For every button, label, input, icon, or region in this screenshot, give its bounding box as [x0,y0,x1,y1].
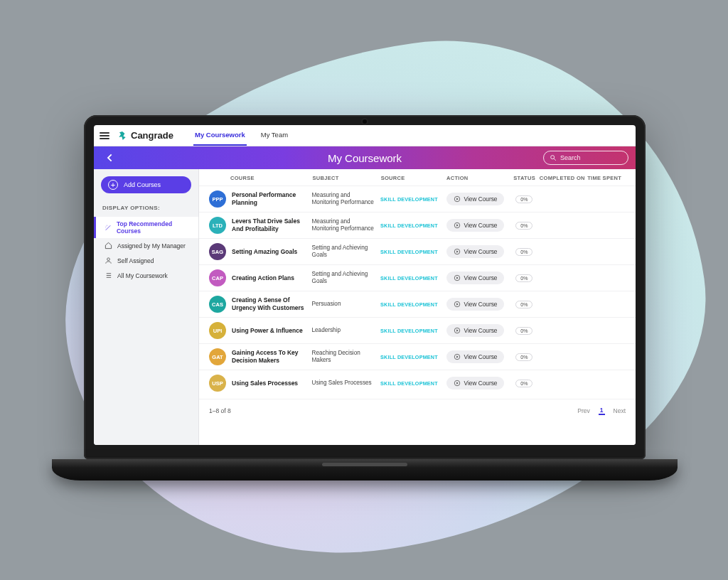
status-badge: 0% [515,327,532,335]
course-badge: CAP [209,269,226,286]
topnav-tabs: My Coursework My Team [193,125,289,146]
table-row: GATGaining Access To Key Decision Makers… [199,343,636,370]
laptop-screen-frame: Cangrade My Coursework My Team My Course… [84,115,646,459]
table-row: SAGSetting Amazing GoalsSetting and Achi… [199,238,636,264]
status-badge: 0% [515,248,532,256]
subject-cell: Reaching Decision Makers [312,350,381,365]
course-badge: SAG [209,243,226,260]
status-badge: 0% [515,195,532,203]
sidebar-item-self-assigned[interactable]: Self Assigned [94,253,198,268]
course-badge: UPI [209,322,226,339]
source-cell: SKILL DEVELOPMENT [380,249,446,255]
course-title: Personal Performance Planning [232,191,312,206]
laptop-base [52,459,678,480]
course-title: Setting Amazing Goals [232,248,297,256]
add-courses-button[interactable]: + Add Courses [101,176,191,193]
course-cell: USPUsing Sales Processes [209,375,312,392]
play-icon [454,195,461,203]
view-course-button[interactable]: View Course [446,298,505,311]
course-title: Using Sales Processes [232,380,298,387]
view-course-label: View Course [464,327,498,334]
action-cell: View Course [446,350,510,363]
sidebar-item-all-coursework[interactable]: All My Coursework [94,268,198,283]
table-row: PPPPersonal Performance PlanningMeasurin… [199,186,636,212]
source-cell: SKILL DEVELOPMENT [380,222,446,229]
table-row: LTDLevers That Drive Sales And Profitabi… [199,212,636,238]
status-badge: 0% [515,380,532,387]
laptop-camera [363,119,367,124]
tab-my-coursework[interactable]: My Coursework [193,125,247,146]
course-badge: USP [209,375,226,392]
status-cell: 0% [509,222,539,230]
plus-icon: + [108,180,118,190]
view-course-button[interactable]: View Course [446,350,505,363]
course-badge: GAT [209,348,226,365]
subject-cell: Setting and Achieving Goals [312,245,381,259]
search-placeholder: Search [560,154,581,161]
play-icon [454,353,461,360]
action-cell: View Course [446,272,510,284]
sidebar-item-label: Top Recommended Courses [117,220,190,235]
col-source: SOURCE [381,175,446,181]
next-button[interactable]: Next [614,407,626,414]
course-title: Using Power & Influence [232,327,303,335]
view-course-label: View Course [464,248,498,255]
wand-icon [105,224,112,232]
status-cell: 0% [509,248,539,256]
page-number[interactable]: 1 [599,407,605,415]
view-course-label: View Course [464,222,498,229]
view-course-button[interactable]: View Course [446,324,505,337]
status-cell: 0% [509,274,539,282]
course-badge: CAS [209,296,226,313]
subject-cell: Using Sales Processes [312,380,381,387]
table-row: UPIUsing Power & InfluenceLeadershipSKIL… [199,317,636,343]
search-input[interactable]: Search [543,151,628,165]
view-course-button[interactable]: View Course [446,377,505,390]
course-cell: PPPPersonal Performance Planning [209,190,312,208]
sidebar-item-top-recommended[interactable]: Top Recommended Courses [94,217,198,238]
action-cell: View Course [446,193,510,205]
brand-logo[interactable]: Cangrade [117,130,173,141]
table-row: CAPCreating Action PlansSetting and Achi… [199,264,636,291]
view-course-button[interactable]: View Course [446,272,505,284]
view-course-button[interactable]: View Course [446,219,505,232]
col-completed: COMPLETED ON [540,175,587,181]
course-title: Creating Action Plans [232,274,294,282]
logo-mark-icon [117,130,128,141]
play-icon [454,380,461,387]
sidebar-item-label: Assigned by My Manager [117,242,186,249]
course-cell: CASCreating A Sense Of Urgency With Cust… [209,296,312,313]
course-cell: GATGaining Access To Key Decision Makers [209,348,312,365]
main-area: + Add Courses DISPLAY OPTIONS: Top Recom… [94,169,636,445]
hamburger-icon[interactable] [100,132,109,139]
sidebar-item-assigned-manager[interactable]: Assigned by My Manager [94,238,198,253]
subject-cell: Measuring and Monitoring Performance [312,192,381,207]
sidebar-item-label: All My Coursework [117,272,168,279]
course-cell: UPIUsing Power & Influence [209,322,312,339]
table-header: COURSE SUBJECT SOURCE ACTION STATUS COMP… [199,169,636,186]
course-title: Gaining Access To Key Decision Makers [232,349,312,364]
table-row: USPUsing Sales ProcessesUsing Sales Proc… [199,370,636,396]
view-course-label: View Course [464,301,498,308]
tab-my-team[interactable]: My Team [259,125,289,146]
play-icon [454,301,461,308]
action-cell: View Course [446,298,510,311]
prev-button[interactable]: Prev [577,407,589,414]
view-course-button[interactable]: View Course [446,193,505,205]
course-badge: PPP [209,190,226,208]
course-table: COURSE SUBJECT SOURCE ACTION STATUS COMP… [199,169,636,445]
svg-point-0 [551,156,555,159]
source-cell: SKILL DEVELOPMENT [380,301,446,308]
subject-cell: Persuasion [312,301,381,308]
subject-cell: Setting and Achieving Goals [312,271,381,286]
home-icon [105,242,112,249]
back-button[interactable] [101,149,118,166]
col-subject: SUBJECT [312,175,380,181]
sidebar-item-label: Self Assigned [117,257,154,264]
source-cell: SKILL DEVELOPMENT [380,196,446,203]
course-cell: CAPCreating Action Plans [209,269,312,286]
view-course-button[interactable]: View Course [446,245,505,258]
svg-point-2 [107,258,110,261]
status-badge: 0% [515,301,532,308]
subject-cell: Leadership [312,327,381,334]
